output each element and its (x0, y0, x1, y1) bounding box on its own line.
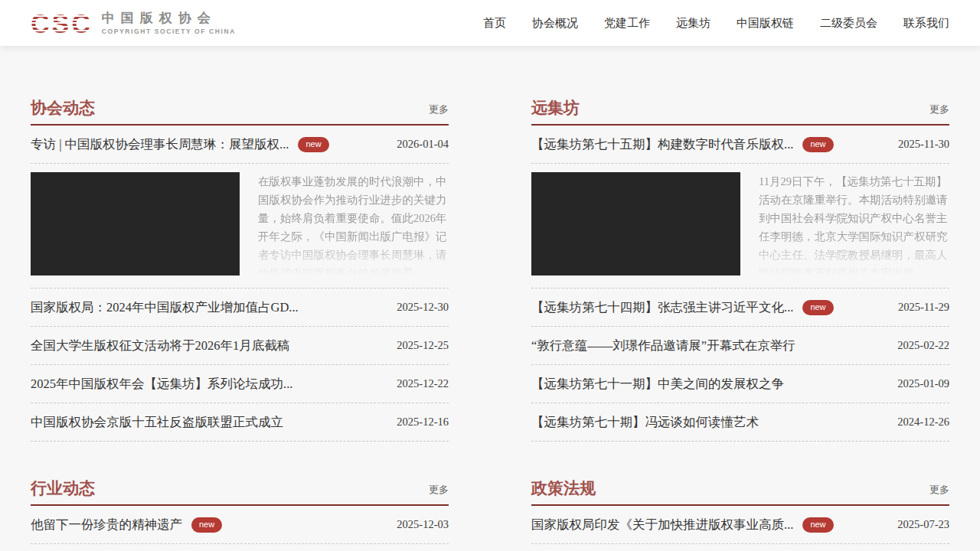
news-item-title[interactable]: 【远集坊第七十五期】构建数字时代音乐版权... (531, 136, 793, 153)
logo-csc-mark: CSC (31, 9, 93, 37)
more-link[interactable]: 更多 (929, 483, 949, 497)
news-item[interactable]: 他留下一份珍贵的精神遗产 new 2025-12-03 (31, 506, 449, 544)
news-item[interactable]: 国家版权局：2024年中国版权产业增加值占GD... 2025-12-30 (31, 289, 449, 327)
section-title: 协会动态 (31, 98, 95, 117)
news-item-date: 2025-02-22 (897, 339, 949, 352)
new-badge: new (802, 300, 833, 315)
news-item-date: 2025-01-09 (897, 377, 949, 390)
section-rows: 国家版权局印发《关于加快推进版权事业高质... new 2025-07-23 (531, 506, 949, 544)
nav-item-2[interactable]: 党建工作 (604, 16, 650, 31)
news-section-yuanjifang: 远集坊 更多 【远集坊第七十五期】构建数字时代音乐版权... new 2025-… (531, 98, 949, 442)
section-rows: 他留下一份珍贵的精神遗产 new 2025-12-03 (31, 506, 449, 544)
news-item-title[interactable]: 专访 | 中国版权协会理事长周慧琳：展望版权... (31, 136, 289, 153)
logo-text: 中国版权协会 COPYRIGHT SOCIETY OF CHINA (102, 11, 236, 36)
section-header: 远集坊 更多 (531, 98, 949, 126)
news-item[interactable]: 全国大学生版权征文活动将于2026年1月底截稿 2025-12-25 (31, 327, 449, 365)
news-section-association-news: 协会动态 更多 专访 | 中国版权协会理事长周慧琳：展望版权... new 20… (31, 98, 449, 442)
featured-story[interactable]: 在版权事业蓬勃发展的时代浪潮中，中国版权协会作为推动行业进步的关键力量，始终肩负… (31, 164, 449, 289)
more-link[interactable]: 更多 (429, 483, 449, 497)
news-item-title[interactable]: “敦行意蕴——刘璟作品邀请展”开幕式在京举行 (531, 337, 795, 354)
news-item-title[interactable]: 全国大学生版权征文活动将于2026年1月底截稿 (31, 337, 289, 354)
news-item-date: 2024-12-26 (897, 416, 949, 429)
more-link[interactable]: 更多 (429, 103, 449, 117)
section-title: 政策法规 (531, 478, 596, 497)
news-item-date: 2025-12-03 (397, 518, 449, 531)
section-header: 协会动态 更多 (31, 98, 449, 126)
featured-excerpt[interactable]: 在版权事业蓬勃发展的时代浪潮中，中国版权协会作为推动行业进步的关键力量，始终肩负… (258, 172, 449, 276)
section-title: 行业动态 (31, 478, 95, 497)
news-sections-grid: 协会动态 更多 专访 | 中国版权协会理事长周慧琳：展望版权... new 20… (31, 46, 949, 544)
news-item[interactable]: 国家版权局印发《关于加快推进版权事业高质... new 2025-07-23 (531, 506, 949, 544)
news-item[interactable]: 【远集坊第七十五期】构建数字时代音乐版权... new 2025-11-30 (531, 126, 949, 164)
news-item[interactable]: 【远集坊第七十期】冯远谈如何读懂艺术 2024-12-26 (531, 403, 949, 442)
nav-item-5[interactable]: 二级委员会 (820, 16, 877, 31)
main-nav: 首页协会概况党建工作远集坊中国版权链二级委员会联系我们 (483, 16, 949, 31)
news-item-date: 2025-12-25 (397, 339, 449, 352)
news-item-date: 2025-07-23 (897, 518, 949, 531)
news-item[interactable]: 2025年中国版权年会【远集坊】系列论坛成功... 2025-12-22 (31, 365, 449, 403)
section-title: 远集坊 (531, 98, 580, 117)
news-item-date: 2025-11-29 (898, 301, 949, 314)
nav-item-0[interactable]: 首页 (483, 16, 506, 31)
news-item[interactable]: 专访 | 中国版权协会理事长周慧琳：展望版权... new 2026-01-04 (31, 126, 449, 164)
news-section-policies: 政策法规 更多 国家版权局印发《关于加快推进版权事业高质... new 2025… (531, 478, 949, 544)
nav-item-6[interactable]: 联系我们 (903, 16, 949, 31)
featured-thumbnail[interactable] (531, 172, 740, 276)
news-item-date: 2025-12-16 (397, 416, 449, 429)
news-item-title[interactable]: 【远集坊第七十期】冯远谈如何读懂艺术 (531, 414, 759, 431)
section-header: 行业动态 更多 (31, 478, 449, 506)
featured-excerpt[interactable]: 11月29日下午，【远集坊第七十五期】活动在京隆重举行。本期活动特别邀请到中国社… (759, 172, 949, 276)
news-item-title[interactable]: 【远集坊第七十四期】张志强主讲习近平文化... (531, 299, 793, 316)
news-item[interactable]: 【远集坊第七十一期】中美之间的发展权之争 2025-01-09 (531, 365, 949, 403)
news-item-title[interactable]: 国家版权局印发《关于加快推进版权事业高质... (531, 517, 793, 533)
nav-item-1[interactable]: 协会概况 (532, 16, 578, 31)
news-item-title[interactable]: 中国版权协会京版十五社反盗版联盟正式成立 (31, 414, 283, 431)
section-rows: 【远集坊第七十五期】构建数字时代音乐版权... new 2025-11-30 1… (531, 126, 949, 442)
news-item[interactable]: “敦行意蕴——刘璟作品邀请展”开幕式在京举行 2025-02-22 (531, 327, 949, 365)
site-header: CSC 中国版权协会 COPYRIGHT SOCIETY OF CHINA 首页… (0, 0, 980, 46)
section-rows: 专访 | 中国版权协会理事长周慧琳：展望版权... new 2026-01-04… (31, 126, 449, 442)
new-badge: new (191, 517, 222, 533)
featured-story[interactable]: 11月29日下午，【远集坊第七十五期】活动在京隆重举行。本期活动特别邀请到中国社… (531, 164, 949, 289)
featured-thumbnail[interactable] (31, 172, 240, 276)
nav-item-3[interactable]: 远集坊 (676, 16, 710, 31)
news-item[interactable]: 【远集坊第七十四期】张志强主讲习近平文化... new 2025-11-29 (531, 289, 949, 327)
news-item-date: 2026-01-04 (397, 138, 449, 151)
nav-item-4[interactable]: 中国版权链 (737, 16, 794, 31)
news-item-date: 2025-11-30 (898, 138, 949, 151)
news-item-title[interactable]: 国家版权局：2024年中国版权产业增加值占GD... (31, 299, 299, 316)
news-item-title[interactable]: 【远集坊第七十一期】中美之间的发展权之争 (531, 376, 784, 393)
news-item-title[interactable]: 2025年中国版权年会【远集坊】系列论坛成功... (31, 376, 292, 393)
new-badge: new (298, 137, 328, 152)
news-item-date: 2025-12-22 (397, 377, 449, 390)
new-badge: new (802, 137, 833, 152)
news-section-industry-news: 行业动态 更多 他留下一份珍贵的精神遗产 new 2025-12-03 (31, 478, 449, 544)
site-logo[interactable]: CSC 中国版权协会 COPYRIGHT SOCIETY OF CHINA (31, 10, 236, 36)
news-item-title[interactable]: 他留下一份珍贵的精神遗产 (31, 517, 182, 533)
news-item[interactable]: 中国版权协会京版十五社反盗版联盟正式成立 2025-12-16 (31, 403, 449, 442)
section-header: 政策法规 更多 (531, 478, 949, 506)
logo-title-en: COPYRIGHT SOCIETY OF CHINA (102, 28, 236, 35)
more-link[interactable]: 更多 (929, 103, 949, 117)
new-badge: new (802, 517, 833, 533)
news-item-date: 2025-12-30 (397, 301, 449, 314)
logo-title-cn: 中国版权协会 (102, 11, 236, 26)
